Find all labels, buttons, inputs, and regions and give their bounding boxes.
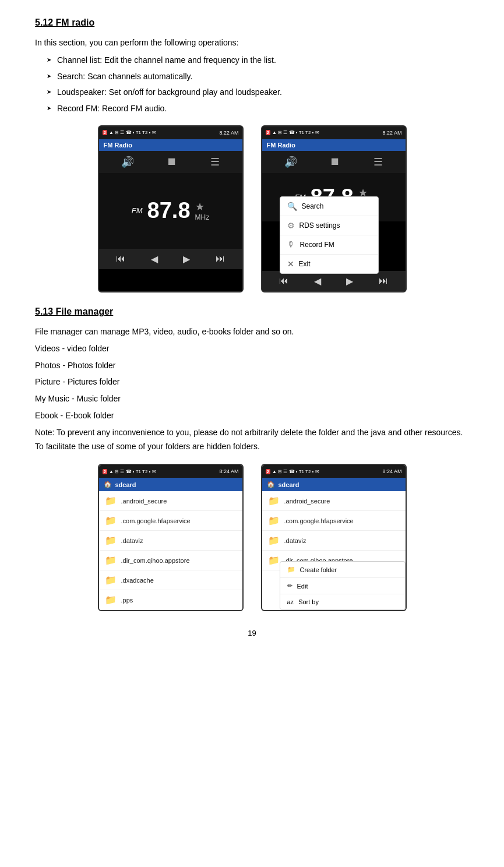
fm2-menu-rds-label: RDS settings	[299, 221, 340, 230]
fm1-speaker-icon[interactable]: 🔊	[121, 156, 134, 168]
fm2-badge: 2	[266, 130, 270, 135]
fm2-next-next-btn[interactable]: ⏭	[379, 276, 388, 286]
fm2-menu-record-label: Record FM	[300, 241, 334, 249]
fm2-status-bar: 2 ▲ ⊟ ☰ ☎ ▪ T1 T2 ▪ ✉ 8:22 AM	[262, 126, 406, 139]
fm1-prev-btn[interactable]: ◀	[151, 253, 158, 265]
fm1-star-icon[interactable]: ★	[195, 200, 205, 213]
fm2-menu-icon[interactable]: ☰	[373, 156, 383, 168]
fm1-unit: MHz	[195, 213, 210, 221]
fs1-signal-icons: ▲ ⊟ ☰ ☎ ▪ T1 T2 ▪ ✉	[109, 469, 156, 474]
fm-screenshots-row: 2 ▲ ⊟ ☰ ☎ ▪ T1 T2 ▪ ✉ 8:22 AM FM Radio 🔊…	[35, 125, 469, 292]
search-icon: 🔍	[287, 202, 297, 211]
fs2-title-bar: 🏠 sdcard	[262, 478, 406, 491]
file-screenshots-row: 2 ▲ ⊟ ☰ ☎ ▪ T1 T2 ▪ ✉ 8:24 AM 🏠 sdcard 📁…	[35, 464, 469, 611]
fm1-menu-icon[interactable]: ☰	[210, 156, 220, 168]
fs2-item-0[interactable]: 📁 .android_secure	[262, 491, 406, 511]
fm2-menu-rds[interactable]: ⚙ RDS settings	[280, 216, 378, 235]
fs1-item-2[interactable]: 📁 .dataviz	[99, 531, 242, 551]
fm1-main: FM 87.8 ★ MHz	[99, 173, 242, 249]
file-line-picture: Picture - Pictures folder	[35, 375, 469, 389]
fs2-item-label-2: .dataviz	[284, 537, 306, 544]
fs2-status-bar: 2 ▲ ⊟ ☰ ☎ ▪ T1 T2 ▪ ✉ 8:24 AM	[262, 465, 406, 478]
fs1-item-0[interactable]: 📁 .android_secure	[99, 491, 242, 511]
file-line-photos: Photos - Photos folder	[35, 359, 469, 373]
fm-screen-2: 2 ▲ ⊟ ☰ ☎ ▪ T1 T2 ▪ ✉ 8:22 AM FM Radio 🔊…	[261, 125, 407, 292]
fs2-status-icons: 2 ▲ ⊟ ☰ ☎ ▪ T1 T2 ▪ ✉	[266, 469, 319, 474]
fm1-frequency: 87.8	[147, 198, 191, 223]
fm2-next-btn[interactable]: ▶	[346, 276, 353, 287]
fs2-item-label-1: .com.google.hfapservice	[284, 517, 354, 524]
fm-screen-1: 2 ▲ ⊟ ☰ ☎ ▪ T1 T2 ▪ ✉ 8:22 AM FM Radio 🔊…	[98, 125, 244, 292]
fs2-ctx-edit[interactable]: ✏ Edit	[280, 578, 405, 594]
fs2-item-label-0: .android_secure	[284, 498, 330, 505]
fm1-stop-icon[interactable]: ⏹	[167, 156, 177, 168]
fs1-badge: 2	[103, 469, 107, 474]
fs2-ctx-create-label: Create folder	[300, 566, 337, 573]
fs1-title: sdcard	[115, 481, 136, 488]
bullet-2: Search: Scan channels automatically.	[47, 70, 469, 83]
create-folder-icon: 📁	[287, 566, 295, 573]
fs2-item-2[interactable]: 📁 .dataviz	[262, 531, 406, 551]
section-512-bullets: Channel list: Edit the channel name and …	[47, 54, 469, 115]
fs2-ctx-sort[interactable]: az Sort by	[280, 594, 405, 609]
fm1-prev-prev-btn[interactable]: ⏮	[116, 253, 125, 264]
fs1-status-icons: 2 ▲ ⊟ ☰ ☎ ▪ T1 T2 ▪ ✉	[103, 469, 156, 474]
fm2-controls: 🔊 ⏹ ☰	[262, 151, 406, 173]
fm1-next-btn[interactable]: ▶	[183, 253, 190, 265]
file-line-ebook: Ebook - E-book folder	[35, 409, 469, 423]
fs2-folder-icon-0: 📁	[268, 495, 280, 506]
fm2-time: 8:22 AM	[382, 130, 401, 136]
fs2-item-1[interactable]: 📁 .com.google.hfapservice	[262, 511, 406, 531]
fm2-menu-exit[interactable]: ✕ Exit	[280, 255, 378, 273]
fs2-folder-icon-3: 📁	[268, 555, 280, 566]
fm2-prev-btn[interactable]: ◀	[314, 276, 321, 287]
file-screen-2: 2 ▲ ⊟ ☰ ☎ ▪ T1 T2 ▪ ✉ 8:24 AM 🏠 sdcard 📁…	[261, 464, 407, 611]
fs2-context-menu: 📁 Create folder ✏ Edit az Sort by	[280, 561, 406, 610]
fs1-item-4[interactable]: 📁 .dxadcache	[99, 570, 242, 590]
fm1-status-icons: 2 ▲ ⊟ ☰ ☎ ▪ T1 T2 ▪ ✉	[103, 130, 156, 135]
fs2-ctx-sort-label: Sort by	[298, 598, 319, 605]
file-line-videos: Videos - video folder	[35, 342, 469, 356]
bullet-4: Record FM: Record FM audio.	[47, 102, 469, 115]
folder-icon-3: 📁	[105, 555, 117, 566]
fs2-signal-icons: ▲ ⊟ ☰ ☎ ▪ T1 T2 ▪ ✉	[272, 469, 319, 474]
fs2-badge: 2	[266, 469, 270, 474]
fm2-speaker-icon[interactable]: 🔊	[284, 156, 297, 168]
fm1-signal-icons: ▲ ⊟ ☰ ☎ ▪ T1 T2 ▪ ✉	[109, 130, 156, 135]
section-512-heading: 5.12 FM radio	[35, 17, 469, 28]
file-screen-1: 2 ▲ ⊟ ☰ ☎ ▪ T1 T2 ▪ ✉ 8:24 AM 🏠 sdcard 📁…	[98, 464, 244, 611]
bullet-1: Channel list: Edit the channel name and …	[47, 54, 469, 66]
section-513-heading: 5.13 File manager	[35, 306, 469, 317]
page-number: 19	[35, 629, 469, 637]
fm2-prev-prev-btn[interactable]: ⏮	[279, 276, 288, 286]
fs2-title: sdcard	[279, 481, 299, 488]
fs1-item-label-1: .com.google.hfapservice	[121, 517, 191, 524]
fs1-time: 8:24 AM	[219, 468, 238, 474]
fm2-stop-icon[interactable]: ⏹	[330, 156, 340, 168]
fs1-item-5[interactable]: 📁 .pps	[99, 590, 242, 610]
fm1-time: 8:22 AM	[219, 130, 238, 136]
fs1-item-3[interactable]: 📁 .dir_com.qihoo.appstore	[99, 551, 242, 570]
fm1-status-bar: 2 ▲ ⊟ ☰ ☎ ▪ T1 T2 ▪ ✉ 8:22 AM	[99, 126, 242, 139]
fs2-ctx-create[interactable]: 📁 Create folder	[280, 562, 405, 578]
fm2-menu-record[interactable]: 🎙 Record FM	[280, 235, 378, 255]
fs1-item-label-3: .dir_com.qihoo.appstore	[121, 557, 190, 564]
fs1-item-1[interactable]: 📁 .com.google.hfapservice	[99, 511, 242, 531]
fs1-status-bar: 2 ▲ ⊟ ☰ ☎ ▪ T1 T2 ▪ ✉ 8:24 AM	[99, 465, 242, 478]
file-note: Note: To prevent any inconvenience to yo…	[35, 426, 469, 454]
fs2-ctx-edit-label: Edit	[297, 583, 308, 590]
fm1-badge: 2	[103, 130, 107, 135]
fm1-label: FM	[132, 206, 143, 215]
fm1-freq-row: FM 87.8 ★ MHz	[132, 198, 209, 223]
exit-icon: ✕	[287, 259, 294, 269]
fs2-time: 8:24 AM	[382, 468, 401, 474]
fm1-title-bar: FM Radio	[99, 139, 242, 151]
fm2-title-bar: FM Radio	[262, 139, 406, 151]
fm2-context-menu: 🔍 Search ⚙ RDS settings 🎙 Record FM ✕ Ex…	[280, 196, 379, 274]
fm1-next-next-btn[interactable]: ⏭	[216, 253, 225, 264]
fm1-controls: 🔊 ⏹ ☰	[99, 151, 242, 173]
edit-icon: ✏	[287, 582, 292, 590]
fm2-menu-search[interactable]: 🔍 Search	[280, 197, 378, 216]
fm1-title: FM Radio	[104, 142, 133, 149]
section-512-intro: In this section, you can perform the fol…	[35, 36, 469, 49]
